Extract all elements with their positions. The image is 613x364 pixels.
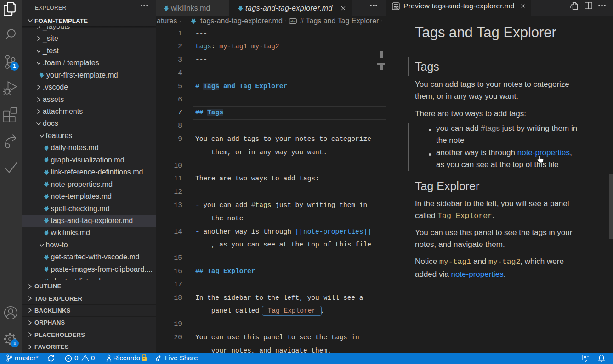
svg-text:abc: abc bbox=[290, 19, 296, 23]
